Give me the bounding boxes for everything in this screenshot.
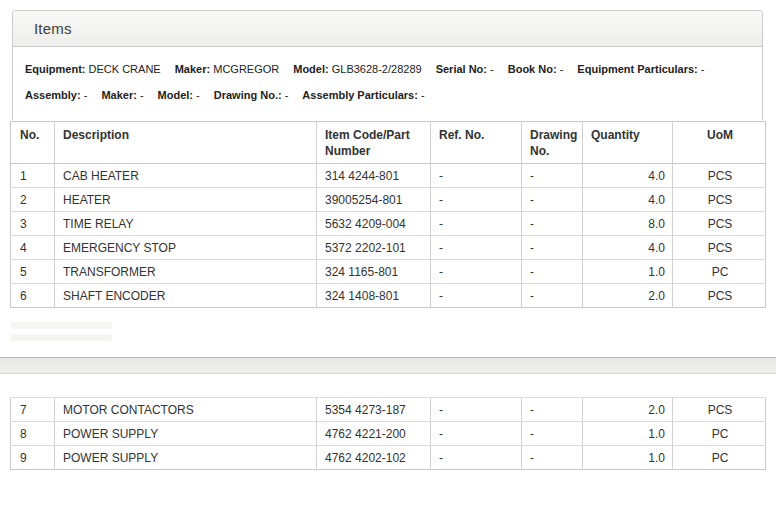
cell-no: 9 xyxy=(11,446,55,470)
cell-uom: PCS xyxy=(673,188,766,212)
column-header-item-code: Item Code/Part Number xyxy=(317,122,431,164)
cell-qty: 1.0 xyxy=(583,446,673,470)
cell-draw: - xyxy=(522,284,583,308)
cell-code: 4762 4221-200 xyxy=(317,422,431,446)
cell-code: 5632 4209-004 xyxy=(317,212,431,236)
cell-no: 5 xyxy=(11,260,55,284)
info-pair: Equipment Particulars: - xyxy=(577,63,704,75)
cell-uom: PC xyxy=(673,422,766,446)
separator-band xyxy=(0,357,776,374)
equipment-info-line-1: Equipment: DECK CRANEMaker: MCGREGORMode… xyxy=(25,62,750,77)
cell-ref: - xyxy=(431,284,522,308)
info-value: - xyxy=(418,89,425,101)
cell-desc: TIME RELAY xyxy=(55,212,317,236)
items-table-header: No. Description Item Code/Part Number Re… xyxy=(11,122,766,164)
cell-draw: - xyxy=(522,446,583,470)
cell-code: 314 4244-801 xyxy=(317,164,431,188)
cell-ref: - xyxy=(431,236,522,260)
info-label: Maker: xyxy=(101,89,136,101)
cell-ref: - xyxy=(431,260,522,284)
cell-uom: PC xyxy=(673,446,766,470)
equipment-info: Equipment: DECK CRANEMaker: MCGREGORMode… xyxy=(13,47,762,103)
placeholder-bar xyxy=(11,334,112,341)
cell-desc: TRANSFORMER xyxy=(55,260,317,284)
cell-qty: 4.0 xyxy=(583,236,673,260)
table-row: 6SHAFT ENCODER324 1408-801--2.0PCS xyxy=(11,284,766,308)
items-panel-header: Items xyxy=(13,11,762,47)
cell-desc: EMERGENCY STOP xyxy=(55,236,317,260)
column-header-ref-no: Ref. No. xyxy=(431,122,522,164)
cell-draw: - xyxy=(522,236,583,260)
placeholder-bar xyxy=(11,322,112,329)
info-pair: Drawing No.: - xyxy=(214,89,289,101)
table-row: 5TRANSFORMER324 1165-801--1.0PC xyxy=(11,260,766,284)
cell-ref: - xyxy=(431,164,522,188)
info-value: - xyxy=(698,63,705,75)
cell-no: 7 xyxy=(11,398,55,422)
items-table-body-bottom: 7MOTOR CONTACTORS5354 4273-187--2.0PCS8P… xyxy=(11,398,766,470)
items-table-body-top: 1CAB HEATER314 4244-801--4.0PCS2HEATER39… xyxy=(11,164,766,308)
cell-code: 324 1408-801 xyxy=(317,284,431,308)
info-label: Assembly: xyxy=(25,89,81,101)
cell-draw: - xyxy=(522,212,583,236)
cell-code: 324 1165-801 xyxy=(317,260,431,284)
panel-title: Items xyxy=(34,20,72,37)
cell-code: 5354 4273-187 xyxy=(317,398,431,422)
cell-draw: - xyxy=(522,398,583,422)
info-label: Drawing No.: xyxy=(214,89,282,101)
info-label: Equipment Particulars: xyxy=(577,63,697,75)
cell-no: 6 xyxy=(11,284,55,308)
cell-uom: PCS xyxy=(673,284,766,308)
table-row: 9POWER SUPPLY4762 4202-102--1.0PC xyxy=(11,446,766,470)
cell-qty: 4.0 xyxy=(583,188,673,212)
info-label: Maker: xyxy=(175,63,210,75)
table-row: 8POWER SUPPLY4762 4221-200--1.0PC xyxy=(11,422,766,446)
cell-no: 2 xyxy=(11,188,55,212)
info-label: Model: xyxy=(158,89,193,101)
info-value: - xyxy=(81,89,88,101)
cell-ref: - xyxy=(431,398,522,422)
column-header-no: No. xyxy=(11,122,55,164)
info-label: Equipment: xyxy=(25,63,86,75)
info-pair: Maker: - xyxy=(101,89,143,101)
info-pair: Serial No: - xyxy=(436,63,494,75)
info-value: - xyxy=(282,89,289,101)
info-value: - xyxy=(487,63,494,75)
equipment-info-line-2: Assembly: -Maker: -Model: -Drawing No.: … xyxy=(25,88,750,103)
info-value: DECK CRANE xyxy=(86,63,161,75)
cell-qty: 1.0 xyxy=(583,422,673,446)
table-row: 3TIME RELAY5632 4209-004--8.0PCS xyxy=(11,212,766,236)
cell-no: 8 xyxy=(11,422,55,446)
cell-draw: - xyxy=(522,164,583,188)
info-label: Model: xyxy=(293,63,328,75)
cell-ref: - xyxy=(431,188,522,212)
cell-desc: MOTOR CONTACTORS xyxy=(55,398,317,422)
info-label: Serial No: xyxy=(436,63,487,75)
cell-draw: - xyxy=(522,422,583,446)
cell-qty: 8.0 xyxy=(583,212,673,236)
column-header-description: Description xyxy=(55,122,317,164)
info-value: MCGREGOR xyxy=(210,63,279,75)
cell-qty: 2.0 xyxy=(583,398,673,422)
info-pair: Assembly: - xyxy=(25,89,87,101)
cell-uom: PCS xyxy=(673,398,766,422)
column-header-uom: UoM xyxy=(673,122,766,164)
cell-code: 4762 4202-102 xyxy=(317,446,431,470)
cell-no: 3 xyxy=(11,212,55,236)
items-table-top: No. Description Item Code/Part Number Re… xyxy=(10,121,766,308)
info-pair: Book No: - xyxy=(508,63,564,75)
info-label: Assembly Particulars: xyxy=(302,89,418,101)
cell-desc: POWER SUPPLY xyxy=(55,446,317,470)
info-value: GLB3628-2/28289 xyxy=(329,63,422,75)
cell-desc: POWER SUPPLY xyxy=(55,422,317,446)
items-panel: Items Equipment: DECK CRANEMaker: MCGREG… xyxy=(12,10,763,120)
cell-draw: - xyxy=(522,188,583,212)
cell-qty: 2.0 xyxy=(583,284,673,308)
table-row: 2HEATER39005254-801--4.0PCS xyxy=(11,188,766,212)
cell-desc: SHAFT ENCODER xyxy=(55,284,317,308)
column-header-drawing-no: Drawing No. xyxy=(522,122,583,164)
cell-draw: - xyxy=(522,260,583,284)
cell-ref: - xyxy=(431,446,522,470)
cell-code: 39005254-801 xyxy=(317,188,431,212)
info-value: - xyxy=(137,89,144,101)
